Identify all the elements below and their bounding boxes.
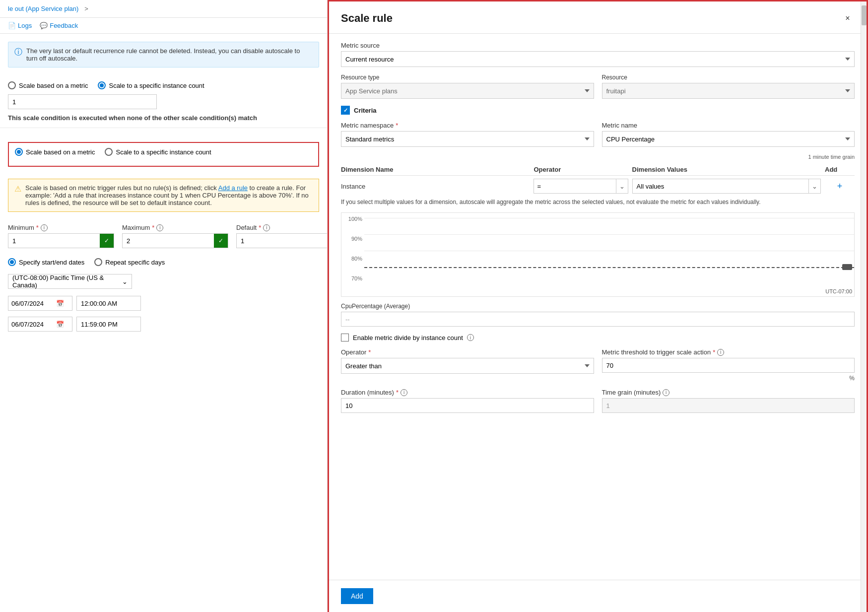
bottom-scale-instance-label: Scale to a specific instance count (116, 148, 211, 156)
minimum-info[interactable]: i (41, 224, 48, 231)
dim-operator-caret: ⌄ (616, 179, 628, 193)
bottom-scale-metric-label: Scale based on a metric (26, 148, 95, 156)
warn-text: Scale is based on metric trigger rules b… (25, 184, 313, 206)
resource-type-col: Resource type App Service plans (341, 74, 594, 99)
duration-col: Duration (minutes) * i (341, 389, 594, 413)
resource-type-row: Resource type App Service plans Resource… (341, 74, 855, 99)
default-input[interactable] (237, 235, 328, 247)
feedback-button[interactable]: 💬 Feedback (40, 22, 78, 29)
metric-source-row: Metric source Current resource (341, 42, 855, 67)
metric-name-label: Metric name (602, 122, 855, 129)
minimum-input[interactable] (8, 235, 100, 247)
scrollbar-thumb[interactable] (862, 5, 867, 25)
duration-required: * (396, 389, 399, 396)
duration-info[interactable]: i (401, 389, 407, 396)
maximum-info[interactable]: i (156, 224, 163, 231)
left-panel: le out (App Service plan) > 📄 Logs 💬 Fee… (0, 0, 328, 612)
end-date-input: 📅 (8, 317, 72, 332)
threshold-label: Metric threshold to trigger scale action… (602, 348, 855, 356)
default-info[interactable]: i (263, 224, 270, 231)
scale-instance-label: Scale to a specific instance count (109, 82, 204, 89)
resource-select[interactable]: fruitapi (602, 83, 855, 99)
panel-body: Metric source Current resource Resource … (329, 34, 867, 580)
repeat-days-radio[interactable]: Repeat specific days (94, 258, 165, 266)
breadcrumb-link[interactable]: le out (App Service plan) (8, 5, 78, 12)
bottom-scale-instance-radio[interactable]: Scale to a specific instance count (105, 148, 211, 156)
metric-source-col: Metric source Current resource (341, 42, 855, 67)
metric-namespace-select[interactable]: Standard metrics (341, 131, 594, 147)
threshold-col: Metric threshold to trigger scale action… (602, 348, 855, 382)
chart-line-70-dashed (364, 267, 854, 268)
criteria-checkbox[interactable]: ✓ (341, 106, 350, 115)
red-border-box: Scale based on a metric Scale to a speci… (8, 142, 319, 167)
chart-inner (364, 213, 854, 284)
duration-input[interactable] (341, 398, 594, 413)
maximum-input-wrapper: ✓ (122, 233, 228, 248)
metric-namespace-label: Metric namespace * (341, 122, 594, 129)
scale-metric-radio[interactable]: Scale based on a metric (8, 81, 88, 89)
feedback-label: Feedback (50, 22, 78, 29)
chart-label-100: 100% (343, 216, 362, 222)
bottom-scale-metric-radio[interactable]: Scale based on a metric (15, 148, 95, 156)
dim-operator-select[interactable]: = ⌄ (534, 179, 628, 194)
start-time-input[interactable] (76, 296, 141, 311)
dim-values-caret: ⌄ (808, 179, 820, 193)
panel-title: Scale rule (341, 12, 393, 25)
default-label: Default * i (236, 224, 328, 231)
start-date-calendar-icon[interactable]: 📅 (53, 296, 67, 310)
time-grain-input (602, 398, 855, 413)
top-radio-row: Scale based on a metric Scale to a speci… (8, 81, 319, 89)
metric-namespace-col: Metric namespace * Standard metrics (341, 122, 594, 147)
criteria-heading: ✓ Criteria (341, 106, 855, 115)
end-date-field[interactable] (8, 319, 53, 330)
logs-button[interactable]: 📄 Logs (8, 22, 32, 29)
repeat-days-label: Repeat specific days (105, 259, 165, 266)
min-max-default-row: Minimum * i ✓ Maximum * i ✓ Default (0, 218, 327, 254)
dim-operator-header: Operator (534, 166, 628, 173)
threshold-input[interactable] (602, 358, 855, 373)
maximum-check: ✓ (214, 234, 228, 248)
maximum-field: Maximum * i ✓ (122, 224, 228, 248)
close-button[interactable]: × (841, 11, 855, 25)
specify-dates-circle (8, 258, 16, 266)
minimum-field: Minimum * i ✓ (8, 224, 114, 248)
timezone-select[interactable]: (UTC-08:00) Pacific Time (US & Canada) ⌄ (8, 274, 132, 289)
default-required: * (259, 224, 261, 231)
timezone-value: (UTC-08:00) Pacific Time (US & Canada) (12, 274, 122, 289)
enable-divide-checkbox[interactable] (341, 334, 349, 341)
add-rule-link[interactable]: Add a rule (218, 184, 248, 192)
end-date-calendar-icon[interactable]: 📅 (53, 317, 67, 331)
threshold-info[interactable]: i (717, 349, 724, 356)
maximum-input[interactable] (123, 235, 214, 247)
info-box: ⓘ The very last or default recurrence ru… (8, 42, 319, 68)
dim-operator-value: = (534, 183, 615, 190)
metric-source-select[interactable]: Current resource (341, 51, 855, 67)
date-radio-row: Specify start/end dates Repeat specific … (0, 254, 327, 270)
dim-values-select[interactable]: All values ⌄ (632, 179, 821, 194)
maximum-label: Maximum * i (122, 224, 228, 231)
start-date-row: 📅 (0, 293, 327, 314)
default-field: Default * i ✓ (236, 224, 328, 248)
bottom-scale-instance-circle (105, 148, 113, 156)
metric-name-select[interactable]: CPU Percentage (602, 131, 855, 147)
end-time-input[interactable] (76, 317, 141, 332)
add-rule-button[interactable]: Add (341, 588, 373, 604)
warn-box: ⚠ Scale is based on metric trigger rules… (8, 179, 319, 212)
scale-instance-radio[interactable]: Scale to a specific instance count (98, 81, 204, 89)
dim-values-value: All values (633, 183, 808, 190)
resource-type-select[interactable]: App Service plans (341, 83, 594, 99)
dim-add-button[interactable]: + (825, 181, 855, 192)
start-date-field[interactable] (8, 298, 53, 309)
time-grain-info[interactable]: i (663, 389, 669, 396)
instance-count-input[interactable] (8, 94, 157, 109)
start-date-input: 📅 (8, 296, 72, 311)
metric-source-label: Metric source (341, 42, 855, 49)
minimum-input-wrapper: ✓ (8, 233, 114, 248)
operator-select[interactable]: Greater than (341, 358, 594, 374)
enable-divide-info[interactable]: i (467, 334, 474, 341)
threshold-unit: % (602, 375, 855, 382)
breadcrumb: le out (App Service plan) > (0, 0, 327, 18)
operator-label: Operator * (341, 348, 594, 356)
specify-dates-radio[interactable]: Specify start/end dates (8, 258, 84, 266)
criteria-label: Criteria (354, 107, 377, 114)
